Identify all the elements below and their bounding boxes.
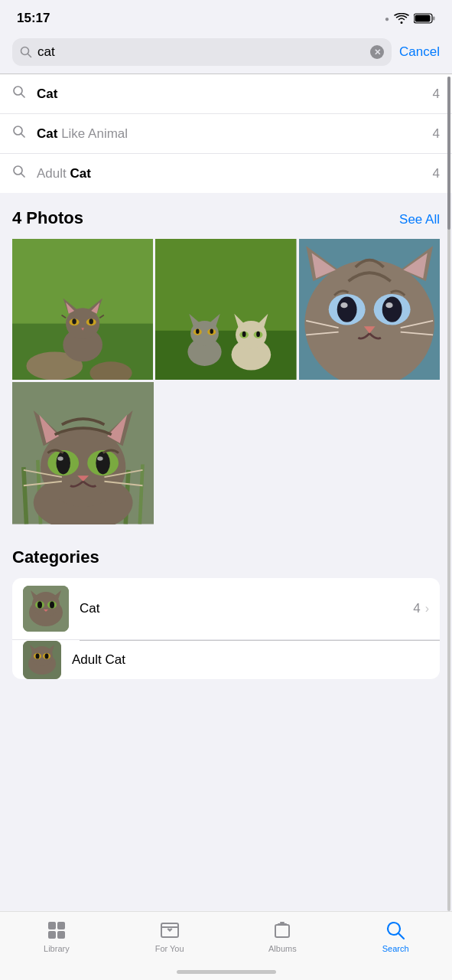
svg-rect-1: [433, 17, 435, 21]
search-icon: [20, 46, 32, 58]
photos-section: 4 Photos See All: [0, 193, 452, 532]
suggestion-text-cat-like-animal: Cat Like Animal: [37, 126, 433, 142]
category-label-cat: Cat: [80, 601, 413, 616]
svg-line-8: [21, 134, 25, 138]
home-indicator: [177, 970, 276, 974]
for-you-icon: [159, 920, 180, 941]
library-icon: [46, 920, 67, 941]
suggestion-count-cat-like-animal: 4: [433, 126, 440, 142]
svg-point-36: [196, 328, 199, 334]
category-count-cat: 4: [413, 601, 420, 616]
svg-line-10: [21, 174, 25, 178]
category-label-adult-cat: Adult Cat: [72, 652, 429, 668]
clear-button[interactable]: ✕: [370, 45, 384, 59]
svg-point-94: [50, 601, 54, 608]
svg-point-77: [56, 452, 70, 475]
wifi-icon: [394, 13, 409, 24]
svg-point-55: [382, 297, 402, 322]
photo-cell-3[interactable]: [299, 239, 440, 380]
svg-point-80: [97, 457, 102, 462]
photo-cell-2[interactable]: [155, 239, 296, 380]
svg-rect-2: [415, 15, 431, 22]
svg-point-56: [340, 302, 347, 308]
svg-point-54: [337, 297, 356, 322]
status-time: 15:17: [17, 11, 50, 26]
category-thumb-adult-cat: [23, 641, 61, 679]
svg-point-104: [45, 653, 49, 658]
svg-rect-112: [278, 923, 287, 925]
suggestion-cat[interactable]: Cat 4: [0, 74, 452, 114]
photos-section-title: 4 Photos: [12, 208, 83, 228]
scroll-thumb: [447, 77, 450, 230]
svg-rect-111: [275, 925, 289, 937]
suggestion-search-icon-3: [12, 165, 26, 182]
photo-grid-row1: [12, 239, 440, 380]
tab-albums[interactable]: Albums: [226, 920, 340, 953]
svg-rect-106: [57, 922, 65, 929]
svg-point-57: [385, 302, 392, 308]
tab-for-you[interactable]: For You: [113, 920, 226, 953]
suggestion-search-icon-2: [12, 125, 26, 142]
tab-library-label: Library: [44, 944, 70, 953]
status-bar: 15:17 ●: [0, 0, 452, 32]
category-item-adult-cat[interactable]: Adult Cat: [12, 641, 440, 679]
svg-rect-107: [48, 931, 56, 939]
tab-search[interactable]: Search: [339, 920, 452, 953]
suggestion-adult-cat[interactable]: Adult Cat 4: [0, 154, 452, 193]
status-icons: ●: [385, 13, 435, 24]
svg-point-23: [72, 318, 76, 324]
categories-card: Cat 4 › Adult Cat: [12, 578, 440, 679]
tab-library[interactable]: Library: [0, 920, 113, 953]
suggestion-search-icon-1: [12, 85, 26, 103]
svg-point-37: [210, 328, 213, 334]
svg-point-44: [242, 332, 246, 337]
signal-icon: ●: [385, 15, 389, 23]
svg-point-79: [57, 457, 63, 462]
tab-albums-label: Albums: [268, 944, 297, 953]
categories-title: Categories: [12, 547, 440, 567]
suggestion-cat-like-animal[interactable]: Cat Like Animal 4: [0, 114, 452, 154]
suggestion-text-cat: Cat: [37, 87, 433, 102]
svg-point-103: [36, 653, 40, 658]
see-all-button[interactable]: See All: [399, 212, 440, 227]
photo-cell-4[interactable]: [12, 382, 154, 524]
category-item-cat[interactable]: Cat 4 ›: [12, 578, 440, 640]
svg-point-24: [89, 318, 93, 324]
categories-section: Categories Cat 4 ›: [0, 532, 452, 687]
albums-icon: [272, 920, 293, 941]
search-input[interactable]: [37, 44, 365, 60]
category-thumb-cat: [23, 586, 69, 632]
tab-for-you-label: For You: [155, 944, 184, 953]
photos-section-header: 4 Photos See All: [12, 208, 440, 228]
svg-rect-108: [57, 931, 65, 939]
suggestion-count-cat: 4: [433, 87, 440, 102]
svg-rect-29: [155, 331, 296, 381]
svg-line-115: [398, 933, 404, 939]
photo-grid-empty: [156, 382, 440, 524]
suggestion-count-adult-cat: 4: [433, 166, 440, 181]
svg-line-64: [24, 468, 27, 524]
photo-cell-1[interactable]: [12, 239, 153, 380]
search-tab-icon: [385, 920, 406, 941]
svg-line-6: [21, 94, 25, 98]
svg-point-78: [96, 452, 110, 475]
svg-line-4: [28, 54, 31, 57]
svg-point-45: [256, 332, 260, 337]
photo-grid-row2: [12, 382, 440, 524]
scroll-track: [447, 77, 450, 911]
tab-bar-spacer: [0, 687, 452, 763]
search-input-wrapper[interactable]: ✕: [12, 38, 392, 66]
svg-rect-105: [48, 922, 56, 929]
svg-point-93: [37, 601, 42, 608]
svg-rect-113: [280, 922, 285, 923]
category-chevron-cat: ›: [425, 602, 429, 616]
search-bar-container: ✕ Cancel: [0, 32, 452, 74]
cancel-button[interactable]: Cancel: [399, 44, 440, 60]
battery-icon: [414, 13, 435, 24]
tab-search-label: Search: [382, 944, 409, 953]
suggestions-list: Cat 4 Cat Like Animal 4 Adult Cat 4: [0, 74, 452, 193]
suggestion-text-adult-cat: Adult Cat: [37, 166, 433, 181]
